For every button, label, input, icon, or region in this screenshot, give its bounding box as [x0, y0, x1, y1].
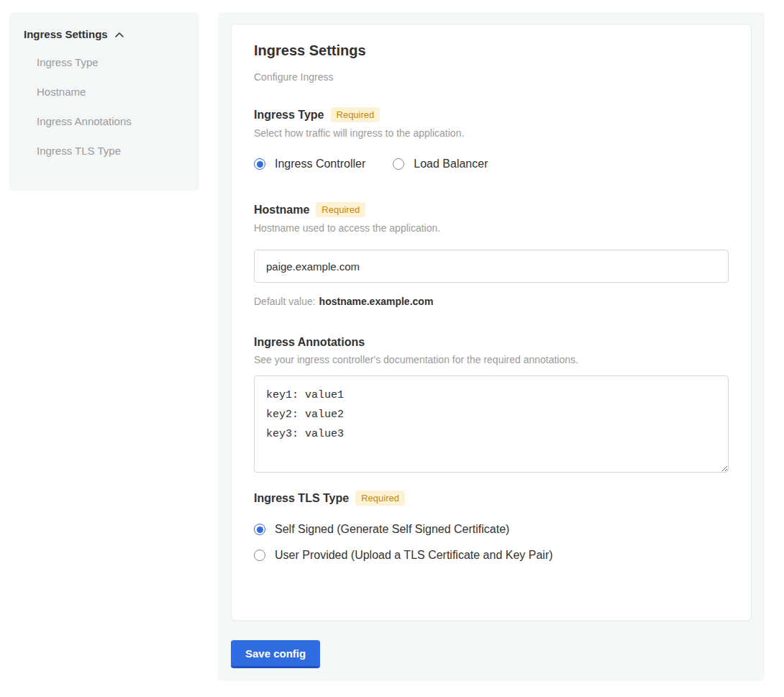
default-value-prefix: Default value:: [254, 296, 316, 307]
panel-footer: Save config: [231, 640, 752, 668]
radio-button-icon: [254, 550, 265, 561]
field-ingress-type: Ingress Type Required Select how traffic…: [254, 107, 729, 170]
required-badge: Required: [316, 202, 365, 217]
ingress-type-help: Select how traffic will ingress to the a…: [254, 127, 729, 139]
ingress-annotations-label: Ingress Annotations: [254, 336, 365, 349]
radio-button-icon: [393, 158, 404, 170]
default-value-text: hostname.example.com: [319, 296, 434, 307]
radio-button-icon: [254, 524, 265, 535]
page-title: Ingress Settings: [254, 42, 729, 59]
sidebar-item-ingress-tls-type[interactable]: Ingress TLS Type: [24, 136, 185, 165]
hostname-input[interactable]: [254, 250, 729, 283]
sidebar-item-hostname[interactable]: Hostname: [24, 77, 185, 106]
sidebar-item-ingress-annotations[interactable]: Ingress Annotations: [24, 106, 185, 136]
sidebar-group-ingress-settings[interactable]: Ingress Settings: [24, 28, 185, 40]
radio-button-icon: [254, 158, 265, 170]
hostname-default-line: Default value:hostname.example.com: [254, 296, 729, 307]
field-ingress-tls-type: Ingress TLS Type Required Self Signed (G…: [254, 491, 729, 562]
ingress-annotations-help: See your ingress controller's documentat…: [254, 354, 729, 365]
ingress-tls-radio-group: Self Signed (Generate Self Signed Certif…: [254, 523, 729, 562]
radio-label: Self Signed (Generate Self Signed Certif…: [275, 523, 509, 536]
radio-label: Ingress Controller: [275, 158, 365, 170]
hostname-label: Hostname: [254, 204, 309, 217]
ingress-type-label: Ingress Type: [254, 109, 324, 122]
field-header: Hostname Required: [254, 202, 729, 217]
field-header: Ingress Type Required: [254, 107, 729, 122]
radio-load-balancer[interactable]: Load Balancer: [393, 158, 488, 170]
sidebar-item-list: Ingress Type Hostname Ingress Annotation…: [24, 47, 185, 165]
ingress-type-radio-group: Ingress Controller Load Balancer: [254, 158, 729, 170]
ingress-tls-type-label: Ingress TLS Type: [254, 492, 349, 505]
radio-label: Load Balancer: [414, 158, 488, 170]
chevron-up-icon: [114, 31, 124, 38]
field-hostname: Hostname Required Hostname used to acces…: [254, 202, 729, 307]
hostname-help: Hostname used to access the application.: [254, 222, 729, 234]
save-config-button[interactable]: Save config: [231, 640, 320, 668]
radio-user-provided[interactable]: User Provided (Upload a TLS Certificate …: [254, 549, 729, 562]
field-ingress-annotations: Ingress Annotations See your ingress con…: [254, 336, 729, 475]
sidebar-item-ingress-type[interactable]: Ingress Type: [24, 47, 185, 77]
page-subtitle: Configure Ingress: [254, 71, 729, 83]
config-panel: Ingress Settings Configure Ingress Ingre…: [218, 12, 765, 681]
sidebar-group-label: Ingress Settings: [24, 28, 108, 40]
config-card: Ingress Settings Configure Ingress Ingre…: [231, 24, 752, 621]
required-badge: Required: [331, 107, 380, 122]
radio-ingress-controller[interactable]: Ingress Controller: [254, 158, 365, 170]
field-header: Ingress TLS Type Required: [254, 491, 729, 506]
radio-label: User Provided (Upload a TLS Certificate …: [275, 549, 553, 562]
field-header: Ingress Annotations: [254, 336, 729, 349]
required-badge: Required: [355, 491, 405, 506]
config-nav-sidebar: Ingress Settings Ingress Type Hostname I…: [9, 12, 199, 191]
ingress-annotations-textarea[interactable]: key1: value1 key2: value2 key3: value3: [254, 375, 729, 473]
radio-self-signed[interactable]: Self Signed (Generate Self Signed Certif…: [254, 523, 729, 536]
